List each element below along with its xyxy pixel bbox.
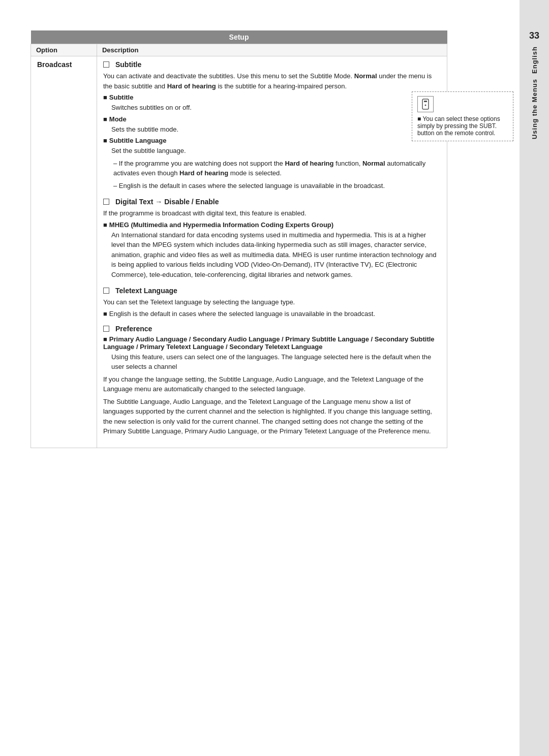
svg-point-2 bbox=[425, 105, 426, 106]
subtitle-bullet2-text: Sets the subtitle mode. bbox=[111, 124, 441, 135]
right-sidebar: 33 English Using the Menus bbox=[520, 0, 549, 756]
teletext-title: Teletext Language bbox=[103, 287, 441, 295]
preference-para3: The Subtitle Language, Audio Language, a… bbox=[103, 397, 441, 436]
description-col: Subtitle You can activate and deactivate… bbox=[97, 56, 447, 448]
subtitle-section: Subtitle You can activate and deactivate… bbox=[103, 60, 441, 191]
digital-text-bullet1-text: An International standard for data encod… bbox=[111, 230, 441, 280]
preference-para1: Using this feature, users can select one… bbox=[111, 352, 441, 372]
preference-section: Preference ■Primary Audio Language / Sec… bbox=[103, 325, 441, 436]
teletext-intro: You can set the Teletext language by sel… bbox=[103, 297, 441, 307]
setup-header: Setup bbox=[31, 30, 447, 44]
svg-rect-1 bbox=[424, 101, 427, 102]
digital-text-checkbox-icon bbox=[103, 199, 109, 205]
subtitle-bullet3: ■Subtitle Language bbox=[103, 137, 441, 144]
col-description-header: Description bbox=[97, 44, 447, 56]
digital-text-intro: If the programme is broadcast with digit… bbox=[103, 208, 441, 218]
subtitle-dash1: – If the programme you are watching does… bbox=[113, 159, 441, 178]
subtitle-bullet2: ■Mode bbox=[103, 115, 441, 123]
preference-checkbox-icon bbox=[103, 326, 109, 332]
tip-icon bbox=[417, 96, 434, 112]
setup-table: Setup Option Description Broadcast bbox=[30, 30, 447, 448]
subtitle-bullet1: ■Subtitle bbox=[103, 93, 441, 101]
subtitle-dash2: – English is the default in cases where … bbox=[113, 181, 441, 191]
preference-bullet1: ■Primary Audio Language / Secondary Audi… bbox=[103, 335, 441, 351]
subtitle-checkbox-icon bbox=[103, 61, 109, 68]
preference-para2: If you change the language setting, the … bbox=[103, 374, 441, 394]
preference-title: Preference bbox=[103, 325, 441, 333]
teletext-section: Teletext Language You can set the Telete… bbox=[103, 287, 441, 318]
subtitle-bullet1-text: Switches subtitles on or off. bbox=[111, 103, 441, 113]
sidebar-english: English bbox=[531, 46, 538, 74]
digital-text-section: Digital Text → Disable / Enable If the p… bbox=[103, 198, 441, 279]
teletext-bullet1: ■English is the default in cases where t… bbox=[103, 310, 441, 318]
tip-box: ■ You can select these options simply by… bbox=[412, 91, 513, 141]
option-broadcast: Broadcast bbox=[31, 56, 97, 448]
col-option-header: Option bbox=[31, 44, 97, 56]
subtitle-bullet3-text: Set the subtitle language. bbox=[111, 146, 441, 156]
subtitle-intro: You can activate and deactivate the subt… bbox=[103, 71, 441, 91]
subtitle-title: Subtitle bbox=[103, 60, 441, 69]
digital-text-title: Digital Text → Disable / Enable bbox=[103, 198, 441, 206]
page-number: 33 bbox=[529, 30, 539, 41]
digital-text-bullet1: ■MHEG (Multimedia and Hypermedia Informa… bbox=[103, 221, 441, 229]
teletext-checkbox-icon bbox=[103, 288, 109, 294]
sidebar-using: Using the Menus bbox=[531, 79, 538, 139]
tip-text: ■ You can select these options simply by… bbox=[417, 115, 500, 137]
remote-icon bbox=[419, 98, 432, 110]
page-container: 33 English Using the Menus Setup Option … bbox=[0, 0, 549, 756]
